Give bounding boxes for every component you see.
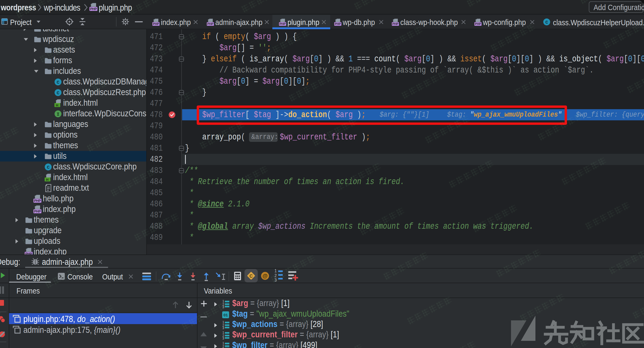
svg-text:PHP: PHP <box>475 22 481 26</box>
svg-text:H: H <box>46 178 48 182</box>
svg-text:C: C <box>57 91 59 96</box>
svg-text:I: I <box>57 112 59 117</box>
svg-text:PHP: PHP <box>392 22 399 26</box>
svg-text:01: 01 <box>224 313 228 317</box>
svg-text:C: C <box>47 165 49 170</box>
svg-text:C: C <box>57 80 59 85</box>
svg-text:PHP: PHP <box>34 210 41 213</box>
svg-text:@: @ <box>263 273 268 279</box>
svg-text:C: C <box>545 20 548 25</box>
svg-text:PHP: PHP <box>34 199 41 203</box>
svg-text:PHP: PHP <box>335 22 341 26</box>
svg-text:PHP: PHP <box>90 7 97 11</box>
svg-text:PHP: PHP <box>207 22 214 26</box>
svg-text:PHP: PHP <box>153 22 159 26</box>
svg-text:PHP: PHP <box>280 22 286 26</box>
svg-text:PHP: PHP <box>25 252 32 254</box>
svg-text:C: C <box>250 274 253 279</box>
svg-text:H: H <box>56 103 58 107</box>
